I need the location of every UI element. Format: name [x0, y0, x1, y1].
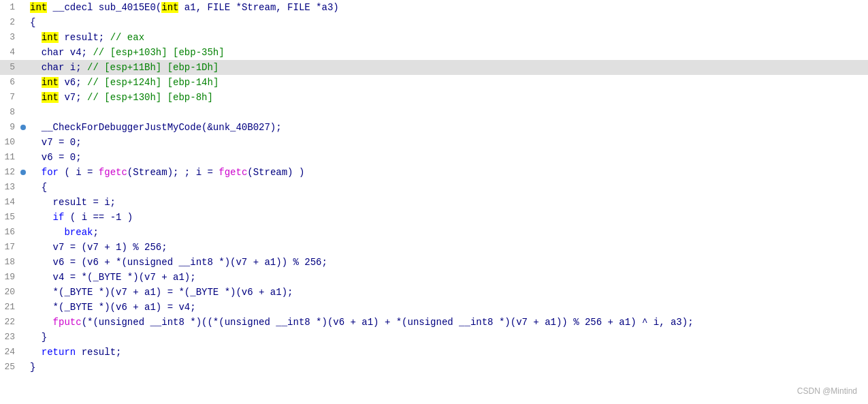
code-line: 11 v6 = 0;	[0, 150, 868, 165]
line-number: 17	[0, 240, 19, 255]
line-number: 22	[0, 315, 19, 330]
line-content: fputc(*(unsigned __int8 *)((*(unsigned _…	[27, 315, 868, 330]
code-token: __CheckForDebuggerJustMyCode(&unk_40B027…	[30, 122, 282, 133]
line-content: v7 = (v7 + 1) % 256;	[27, 240, 868, 255]
line-number: 4	[0, 45, 19, 60]
line-content: }	[27, 360, 868, 375]
line-content: {	[27, 180, 868, 195]
code-token: break	[64, 227, 93, 238]
line-number: 20	[0, 285, 19, 300]
code-token	[30, 167, 42, 178]
code-line: 15 if ( i == -1 )	[0, 210, 868, 225]
code-token	[30, 92, 42, 103]
line-number: 10	[0, 135, 19, 150]
line-content: return result;	[27, 345, 868, 360]
code-token: int	[30, 2, 47, 13]
code-token: {	[30, 182, 47, 193]
code-line: 8	[0, 105, 868, 120]
code-token: v7 = (v7 + 1) % 256;	[30, 242, 167, 253]
code-line: 21 *(_BYTE *)(v6 + a1) = v4;	[0, 300, 868, 315]
code-token: v6 = (v6 + *(unsigned __int8 *)(v7 + a1)…	[30, 257, 327, 268]
line-dot	[19, 170, 27, 175]
code-token: char i;	[30, 62, 87, 73]
line-content: char v4; // [esp+103h] [ebp-35h]	[27, 45, 868, 60]
code-line: 22 fputc(*(unsigned __int8 *)((*(unsigne…	[0, 315, 868, 330]
code-token: if	[53, 212, 65, 223]
line-dot	[19, 125, 27, 130]
code-line: 7 int v7; // [esp+130h] [ebp-8h]	[0, 90, 868, 105]
line-number: 16	[0, 225, 19, 240]
code-line: 9 __CheckForDebuggerJustMyCode(&unk_40B0…	[0, 120, 868, 135]
line-content: break;	[27, 225, 868, 240]
line-number: 12	[0, 165, 19, 180]
line-content: if ( i == -1 )	[27, 210, 868, 225]
line-number: 18	[0, 255, 19, 270]
code-token: // [esp+103h] [ebp-35h]	[93, 47, 224, 58]
line-content: *(_BYTE *)(v7 + a1) = *(_BYTE *)(v6 + a1…	[27, 285, 868, 300]
line-number: 8	[0, 105, 19, 120]
code-token	[30, 347, 42, 358]
code-token: }	[30, 362, 35, 373]
code-token: ( i == -1 )	[64, 212, 133, 223]
code-token: for	[42, 167, 59, 178]
code-token: int	[42, 77, 59, 88]
code-line: 12 for ( i = fgetc(Stream); ; i = fgetc(…	[0, 165, 868, 180]
code-token: v7 = 0;	[30, 137, 82, 148]
code-token: // [esp+124h] [ebp-14h]	[87, 77, 219, 88]
code-line: 16 break;	[0, 225, 868, 240]
code-line: 2{	[0, 15, 868, 30]
code-line: 4 char v4; // [esp+103h] [ebp-35h]	[0, 45, 868, 60]
code-lines: 1int __cdecl sub_4015E0(int a1, FILE *St…	[0, 0, 868, 375]
code-token: result;	[76, 347, 121, 358]
line-content: v4 = *(_BYTE *)(v7 + a1);	[27, 270, 868, 285]
code-token: // [esp+11Bh] [ebp-1Dh]	[87, 62, 219, 73]
code-token: fgetc	[219, 167, 247, 178]
code-token: int	[42, 32, 59, 43]
code-token: // eax	[110, 32, 144, 43]
code-token: (Stream) )	[247, 167, 304, 178]
code-token: __cdecl sub_4015E0(	[47, 2, 161, 13]
code-container: 1int __cdecl sub_4015E0(int a1, FILE *St…	[0, 0, 868, 404]
line-number: 5	[0, 60, 19, 75]
line-content: v6 = (v6 + *(unsigned __int8 *)(v7 + a1)…	[27, 255, 868, 270]
code-token: v6;	[59, 77, 87, 88]
line-content: v6 = 0;	[27, 150, 868, 165]
line-content: {	[27, 15, 868, 30]
code-line: 10 v7 = 0;	[0, 135, 868, 150]
code-token: ;	[93, 227, 98, 238]
line-number: 19	[0, 270, 19, 285]
code-line: 19 v4 = *(_BYTE *)(v7 + a1);	[0, 270, 868, 285]
code-token	[30, 32, 42, 43]
code-token: (*(unsigned __int8 *)((*(unsigned __int8…	[82, 317, 694, 328]
code-line: 18 v6 = (v6 + *(unsigned __int8 *)(v7 + …	[0, 255, 868, 270]
code-token	[30, 317, 53, 328]
code-line: 23 }	[0, 330, 868, 345]
code-token: v4 = *(_BYTE *)(v7 + a1);	[30, 272, 196, 283]
line-number: 11	[0, 150, 19, 165]
code-line: 25}	[0, 360, 868, 375]
line-number: 15	[0, 210, 19, 225]
line-content: v7 = 0;	[27, 135, 868, 150]
line-content: *(_BYTE *)(v6 + a1) = v4;	[27, 300, 868, 315]
line-number: 21	[0, 300, 19, 315]
line-content: int result; // eax	[27, 30, 868, 45]
line-content: char i; // [esp+11Bh] [ebp-1Dh]	[27, 60, 868, 75]
line-number: 1	[0, 0, 19, 15]
line-number: 14	[0, 195, 19, 210]
code-token: char v4;	[30, 47, 93, 58]
code-token: (Stream); ; i =	[127, 167, 219, 178]
code-line: 20 *(_BYTE *)(v7 + a1) = *(_BYTE *)(v6 +…	[0, 285, 868, 300]
line-content: }	[27, 330, 868, 345]
line-content: int __cdecl sub_4015E0(int a1, FILE *Str…	[27, 0, 868, 15]
line-content: __CheckForDebuggerJustMyCode(&unk_40B027…	[27, 120, 868, 135]
code-token: fputc	[53, 317, 82, 328]
code-token: }	[30, 332, 47, 343]
line-number: 6	[0, 75, 19, 90]
code-token: // [esp+130h] [ebp-8h]	[87, 92, 213, 103]
code-token	[30, 212, 53, 223]
code-token: v6 = 0;	[30, 152, 82, 163]
code-line: 13 {	[0, 180, 868, 195]
code-token: return	[42, 347, 76, 358]
code-token: result = i;	[30, 197, 116, 208]
line-number: 9	[0, 120, 19, 135]
